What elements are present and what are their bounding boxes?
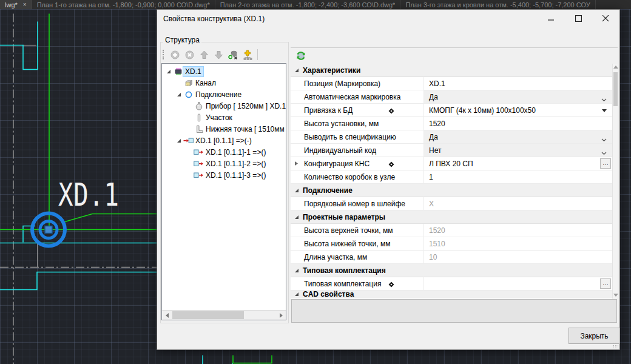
property-value-cell[interactable]: КМОПГ (4к x 10мм) 100x100x50	[424, 104, 612, 116]
property-value: 10	[429, 253, 437, 261]
tree-item[interactable]: Канал	[162, 77, 286, 89]
tree-item[interactable]: Подключение	[162, 89, 286, 100]
add-from-db-icon[interactable]	[226, 48, 240, 61]
chevron-down-icon[interactable]	[601, 149, 607, 157]
scroll-down-icon[interactable]	[613, 294, 618, 297]
tree-item[interactable]: XD.1 [0.1.1]-1 =>()	[162, 146, 286, 158]
tree-item-label: XD.1 [0.1.1]-3 =>()	[204, 170, 268, 180]
tree-horizontal-scrollbar[interactable]	[162, 310, 286, 320]
expander-icon[interactable]	[174, 90, 183, 99]
property-section[interactable]: Подключение	[291, 184, 612, 197]
scrollbar-thumb[interactable]	[613, 72, 618, 106]
document-tab[interactable]: lwg*×	[0, 0, 32, 9]
property-value-cell[interactable]: 1520	[424, 224, 612, 237]
dialog-title: Свойства конструктива (XD.1)	[163, 15, 265, 23]
tree-item[interactable]: XD.1 [0.1.1]-2 =>()	[162, 158, 286, 169]
collapse-icon[interactable]	[291, 64, 303, 76]
property-label-cell: Длина участка, мм	[291, 251, 424, 263]
scroll-right-icon[interactable]	[276, 311, 286, 320]
expander-icon[interactable]	[164, 67, 173, 76]
tree-item[interactable]: XD.1	[162, 66, 286, 77]
minimize-button[interactable]	[538, 10, 565, 27]
document-tab[interactable]: План 3-го этажа и кровли на отм. -5,400;…	[400, 0, 595, 9]
property-section[interactable]: Типовая комплектация	[291, 264, 612, 277]
property-row: Порядковый номер в шлейфеX	[291, 197, 612, 211]
tree-item[interactable]: XD.1 [0.1.1] =>(-)	[162, 135, 286, 146]
close-button-window[interactable]	[592, 10, 619, 27]
tree-item[interactable]: Участок	[162, 112, 286, 123]
application-window: lwg*×План 1-го этажа на отм. -1,800; -0,…	[0, 0, 631, 364]
property-value-cell[interactable]: 1520	[424, 117, 612, 130]
tree-item[interactable]: XD.1 [0.1.1]-3 =>()	[162, 169, 286, 181]
db-refresh-icon[interactable]	[294, 49, 308, 62]
maximize-button[interactable]	[565, 10, 592, 27]
duct-icon	[183, 78, 194, 88]
expander-icon[interactable]	[174, 136, 183, 145]
property-value-cell[interactable]: 10	[424, 251, 612, 263]
expander-spacer	[184, 159, 194, 168]
tab-close-icon[interactable]: ×	[23, 1, 27, 8]
ellipsis-button[interactable]: …	[600, 278, 611, 289]
collapse-icon[interactable]	[291, 291, 303, 298]
tab-label: План 3-го этажа и кровли на отм. -5,400;…	[405, 1, 590, 8]
property-value-cell[interactable]: 1510	[424, 237, 612, 250]
property-value: Да	[429, 133, 438, 141]
tree-item[interactable]: Нижняя точка [ 1510мм ]	[162, 123, 286, 135]
property-value-cell[interactable]: 1	[424, 170, 612, 183]
dropdown-arrow-icon[interactable]	[602, 109, 607, 112]
db-link-diamond-icon	[388, 161, 394, 169]
property-section[interactable]: Проектные параметры	[291, 211, 612, 224]
property-value-cell[interactable]: Да	[424, 90, 612, 103]
property-value-cell[interactable]: …	[424, 277, 612, 290]
move-up-icon[interactable]	[197, 48, 211, 61]
ellipsis-button[interactable]: …	[600, 158, 611, 169]
document-tab[interactable]: План 2-го этажа на отм. -1,800; -2,400; …	[215, 0, 401, 9]
property-label: Высота нижней точки, мм	[304, 240, 390, 248]
tab-label: lwg*	[5, 1, 18, 8]
document-tab[interactable]: План 1-го этажа на отм. -1,800; -0,900; …	[32, 0, 215, 9]
property-value: 1520	[429, 226, 445, 235]
property-label-cell: Автоматическая маркировка	[291, 90, 424, 103]
expander-spacer	[184, 101, 194, 110]
property-vertical-scrollbar[interactable]	[612, 64, 618, 298]
property-value: 1510	[429, 240, 445, 248]
property-section[interactable]: Характеристики	[291, 64, 612, 77]
property-section[interactable]: CAD свойства	[291, 291, 612, 298]
section-label: Проектные параметры	[303, 213, 385, 221]
property-value-cell[interactable]: Нет	[424, 144, 612, 157]
scroll-left-icon[interactable]	[162, 311, 172, 320]
square-arrow-out-icon	[194, 170, 204, 180]
move-down-icon[interactable]	[211, 48, 226, 61]
property-grid[interactable]: ХарактеристикиПозиция (Маркировка)XD.1Ав…	[291, 64, 612, 298]
scroll-up-icon[interactable]	[613, 66, 618, 69]
tree-item[interactable]: Прибор [ 1520мм ] XD.1	[162, 100, 286, 112]
collapse-icon[interactable]	[291, 264, 303, 277]
add-structure-icon[interactable]	[240, 48, 255, 61]
section-label: Типовая комплектация	[303, 266, 386, 275]
property-value-cell[interactable]: Да	[424, 130, 612, 143]
expand-icon[interactable]	[294, 160, 299, 168]
close-button[interactable]: Закрыть	[569, 328, 620, 344]
properties-dialog: Свойства конструктива (XD.1) Структура X…	[157, 9, 620, 350]
property-value-cell[interactable]: Л ПВХ 20 СП…	[424, 157, 612, 170]
property-value-cell[interactable]: X	[424, 197, 612, 210]
resize-grip[interactable]	[612, 342, 618, 348]
add-icon[interactable]	[167, 48, 182, 61]
collapse-icon[interactable]	[291, 211, 303, 223]
chevron-down-icon[interactable]	[601, 135, 607, 143]
tree-item-label: XD.1	[183, 67, 203, 76]
property-row: Высота установки, мм1520	[291, 117, 612, 130]
expander-spacer	[184, 147, 194, 157]
structure-tree[interactable]: XD.1КаналПодключениеПрибор [ 1520мм ] XD…	[161, 63, 286, 320]
property-value: Да	[429, 93, 438, 101]
chevron-down-icon[interactable]	[601, 95, 607, 103]
property-value: XD.1	[429, 79, 445, 88]
toolbar-grip[interactable]	[163, 50, 164, 59]
arrow-in-square-icon	[183, 136, 194, 146]
delete-icon[interactable]	[182, 48, 197, 61]
scrollbar-thumb[interactable]	[172, 311, 244, 319]
collapse-icon[interactable]	[291, 184, 303, 197]
property-value-cell[interactable]: XD.1	[424, 77, 612, 90]
dialog-titlebar[interactable]: Свойства конструктива (XD.1)	[157, 10, 619, 28]
circle-icon	[183, 90, 194, 99]
